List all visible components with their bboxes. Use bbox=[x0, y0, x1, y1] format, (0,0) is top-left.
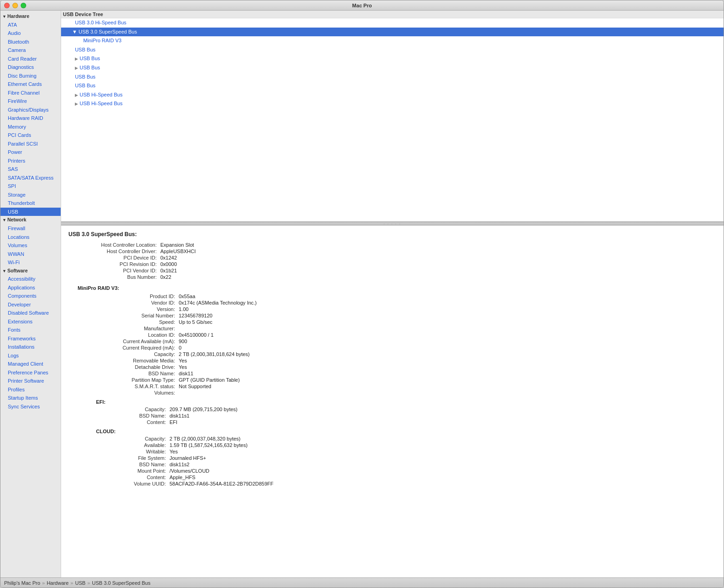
volumes-label: Volumes: bbox=[87, 390, 179, 396]
tree-item-minipro[interactable]: MiniPro RAID V3 bbox=[61, 36, 724, 45]
sidebar-item-pci-cards[interactable]: PCI Cards bbox=[0, 131, 61, 140]
sidebar-item-preference-panes[interactable]: Preference Panes bbox=[0, 368, 61, 377]
sidebar-item-spi[interactable]: SPI bbox=[0, 182, 61, 191]
detail-label-5: Bus Number: bbox=[68, 274, 160, 280]
sidebar-item-card-reader[interactable]: Card Reader bbox=[0, 55, 61, 63]
sidebar-item-camera[interactable]: Camera bbox=[0, 46, 61, 55]
tree-item-usb-bus-2[interactable]: ▶ USB Bus bbox=[61, 54, 724, 63]
tree-item-usb30-hispeed[interactable]: USB 3.0 Hi-Speed Bus bbox=[61, 18, 724, 28]
triangle-network: ▼ bbox=[2, 217, 6, 224]
sidebar-item-fonts[interactable]: Fonts bbox=[0, 326, 61, 334]
tree-label: USB Bus bbox=[75, 83, 96, 88]
sidebar-item-bluetooth[interactable]: Bluetooth bbox=[0, 38, 61, 46]
tree-item-usb30-superspeed[interactable]: ▼ USB 3.0 SuperSpeed Bus bbox=[61, 28, 724, 37]
mp-value-2: 1.00 bbox=[179, 306, 188, 312]
sidebar-item-firewire[interactable]: FireWire bbox=[0, 97, 61, 106]
mp-row-8: Current Required (mA): 0 bbox=[68, 345, 716, 351]
cloud-label-0: Capacity: bbox=[96, 436, 170, 441]
mp-label-3: Serial Number: bbox=[87, 313, 179, 318]
sidebar-item-graphics-displays[interactable]: Graphics/Displays bbox=[0, 106, 61, 114]
sidebar-item-usb[interactable]: USB bbox=[0, 208, 61, 216]
sidebar-item-printer-software[interactable]: Printer Software bbox=[0, 377, 61, 385]
sidebar-item-sas[interactable]: SAS bbox=[0, 165, 61, 174]
sidebar-item-thunderbolt[interactable]: Thunderbolt bbox=[0, 199, 61, 208]
tree-item-usb-bus-1[interactable]: USB Bus bbox=[61, 45, 724, 55]
mp-row-14: S.M.A.R.T. status: Not Supported bbox=[68, 384, 716, 389]
sidebar-item-sync-services[interactable]: Sync Services bbox=[0, 402, 61, 411]
sidebar-item-accessibility[interactable]: Accessibility bbox=[0, 275, 61, 283]
sidebar-item-wwan[interactable]: WWAN bbox=[0, 250, 61, 259]
cloud-row-0: Capacity: 2 TB (2,000,037,048,320 bytes) bbox=[96, 436, 716, 441]
detail-label-4: PCI Vendor ID: bbox=[68, 268, 160, 273]
tree-label: USB 3.0 Hi-Speed Bus bbox=[75, 20, 126, 25]
cloud-label-1: Available: bbox=[96, 442, 170, 448]
mp-row-11: Detachable Drive: Yes bbox=[68, 364, 716, 370]
sidebar-item-ethernet-cards[interactable]: Ethernet Cards bbox=[0, 80, 61, 89]
sidebar-item-memory[interactable]: Memory bbox=[0, 123, 61, 131]
cloud-section: CLOUD: Capacity: 2 TB (2,000,037,048,320… bbox=[68, 429, 716, 486]
mp-row-9: Capacity: 2 TB (2,000,381,018,624 bytes) bbox=[68, 351, 716, 357]
mp-value-11: Yes bbox=[179, 364, 187, 370]
sidebar-item-startup-items[interactable]: Startup Items bbox=[0, 394, 61, 402]
close-button[interactable] bbox=[4, 3, 10, 8]
tree-item-usb-bus-5[interactable]: USB Bus bbox=[61, 81, 724, 90]
tree-label: USB Bus bbox=[79, 65, 100, 70]
sidebar-item-installations[interactable]: Installations bbox=[0, 343, 61, 351]
sidebar-item-developer[interactable]: Developer bbox=[0, 300, 61, 309]
sidebar-item-wifi[interactable]: Wi-Fi bbox=[0, 258, 61, 267]
efi-row-2: Content: EFI bbox=[96, 419, 716, 425]
sidebar-item-fibre-channel[interactable]: Fibre Channel bbox=[0, 89, 61, 97]
sidebar-item-applications[interactable]: Applications bbox=[0, 283, 61, 292]
cloud-value-4: disk11s2 bbox=[170, 462, 189, 467]
cloud-label-6: Content: bbox=[96, 475, 170, 480]
sidebar-item-parallel-scsi[interactable]: Parallel SCSI bbox=[0, 140, 61, 148]
cloud-row-4: BSD Name: disk11s2 bbox=[96, 462, 716, 467]
sidebar-item-firewall[interactable]: Firewall bbox=[0, 224, 61, 233]
detail-row-1: Host Controller Driver: AppleUSBXHCI bbox=[68, 249, 716, 254]
sidebar-item-disabled-software[interactable]: Disabled Software bbox=[0, 309, 61, 317]
sidebar-item-managed-client[interactable]: Managed Client bbox=[0, 360, 61, 368]
sidebar-item-extensions[interactable]: Extensions bbox=[0, 317, 61, 326]
sidebar-item-volumes[interactable]: Volumes bbox=[0, 241, 61, 250]
tree-item-usb-bus-4[interactable]: USB Bus bbox=[61, 73, 724, 82]
sidebar-item-power[interactable]: Power bbox=[0, 148, 61, 157]
tree-label: USB Bus bbox=[79, 56, 100, 61]
panel-divider[interactable]: · · · · · bbox=[61, 222, 724, 226]
efi-title: EFI: bbox=[96, 399, 716, 405]
tree-item-usb-hispeed-1[interactable]: ▶ USB Hi-Speed Bus bbox=[61, 90, 724, 100]
sidebar-item-profiles[interactable]: Profiles bbox=[0, 385, 61, 394]
tree-label: MiniPro RAID V3 bbox=[83, 38, 121, 43]
maximize-button[interactable] bbox=[21, 3, 26, 8]
efi-value-2: EFI bbox=[170, 419, 177, 425]
tree-item-usb-bus-3[interactable]: ▶ USB Bus bbox=[61, 63, 724, 73]
mp-row-6: Location ID: 0x45100000 / 1 bbox=[68, 332, 716, 338]
sidebar-item-frameworks[interactable]: Frameworks bbox=[0, 334, 61, 343]
detail-row-3: PCI Revision ID: 0x0000 bbox=[68, 261, 716, 267]
sidebar-item-ata[interactable]: ATA bbox=[0, 21, 61, 29]
sidebar-item-locations[interactable]: Locations bbox=[0, 233, 61, 242]
sidebar-item-logs[interactable]: Logs bbox=[0, 351, 61, 360]
mp-label-9: Capacity: bbox=[87, 351, 179, 357]
sidebar-item-audio[interactable]: Audio bbox=[0, 29, 61, 38]
mp-label-6: Location ID: bbox=[87, 332, 179, 338]
mp-value-14: Not Supported bbox=[179, 384, 211, 389]
statusbar-crumb3: USB 3.0 SuperSpeed Bus bbox=[92, 580, 150, 586]
detail-label-0: Host Controller Location: bbox=[68, 242, 160, 248]
cloud-value-3: Journaled HFS+ bbox=[170, 455, 206, 461]
sidebar-item-hardware-raid[interactable]: Hardware RAID bbox=[0, 114, 61, 123]
sidebar-item-disc-burning[interactable]: Disc Burning bbox=[0, 72, 61, 80]
sidebar-item-components[interactable]: Components bbox=[0, 292, 61, 300]
sidebar-item-diagnostics[interactable]: Diagnostics bbox=[0, 63, 61, 72]
mp-label-12: BSD Name: bbox=[87, 371, 179, 376]
detail-value-1: AppleUSBXHCI bbox=[160, 249, 196, 254]
sidebar-item-printers[interactable]: Printers bbox=[0, 157, 61, 165]
sidebar-item-storage[interactable]: Storage bbox=[0, 191, 61, 199]
sidebar-group-software: ▼Software bbox=[0, 267, 61, 275]
sidebar-item-sata[interactable]: SATA/SATA Express bbox=[0, 174, 61, 182]
main-content: ▼Hardware ATA Audio Bluetooth Camera Car… bbox=[0, 11, 724, 577]
minimize-button[interactable] bbox=[12, 3, 18, 8]
tree-item-usb-hispeed-2[interactable]: ▶ USB Hi-Speed Bus bbox=[61, 99, 724, 108]
mp-row-1: Vendor ID: 0x174c (ASMedia Technology In… bbox=[68, 300, 716, 305]
efi-label-2: Content: bbox=[96, 419, 170, 425]
statusbar-sep3: » bbox=[87, 580, 90, 586]
